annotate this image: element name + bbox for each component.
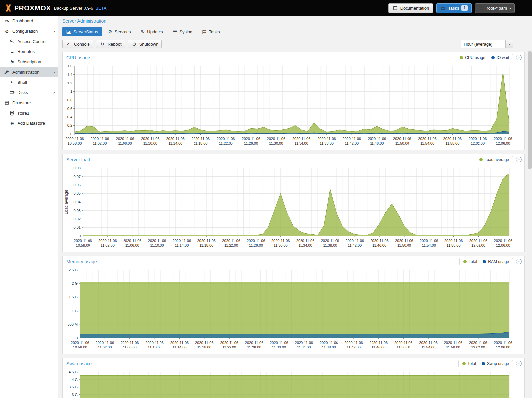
svg-text:11:34:00: 11:34:00 [299, 243, 312, 247]
svg-text:2020-11-06: 2020-11-06 [195, 341, 213, 345]
legend-item[interactable]: Total [463, 259, 477, 264]
legend-item[interactable]: RAM usage [483, 259, 509, 264]
sidebar-item-datastore[interactable]: Datastore [0, 98, 58, 108]
time-range-value: Hour (average) [461, 40, 505, 48]
svg-text:11:54:00: 11:54:00 [422, 243, 436, 247]
legend-item[interactable]: CPU usage [460, 55, 485, 60]
shutdown-button[interactable]: Shutdown [128, 40, 162, 48]
legend-label: IO wait [497, 55, 509, 60]
tasks-icon: ▤ [440, 5, 446, 11]
svg-text:1.6: 1.6 [67, 64, 72, 68]
documentation-button[interactable]: Documentation [388, 3, 433, 13]
svg-text:0.07: 0.07 [74, 175, 81, 179]
tab-updates[interactable]: ↻ Updates [137, 27, 167, 36]
tab-label: Updates [147, 29, 163, 34]
legend-label: CPU usage [465, 55, 485, 60]
chart-legend: TotalSwap usage [458, 360, 513, 367]
legend-label: Total [468, 361, 476, 366]
sidebar-item-administration[interactable]: Administration ▾ [0, 67, 58, 77]
server-load-chart: 00.010.020.030.040.050.060.070.082020-11… [63, 165, 524, 252]
collapse-panel-button[interactable]: − [516, 259, 522, 264]
svg-text:11:42:00: 11:42:00 [348, 243, 362, 247]
sidebar-item-shell[interactable]: >_ Shell [0, 77, 58, 87]
svg-text:2020-11-06: 2020-11-06 [469, 137, 487, 141]
chevron-down-icon[interactable]: ▾ [54, 29, 55, 33]
sidebar-item-remotes[interactable]: ≡ Remotes [0, 47, 58, 57]
chevron-right-icon[interactable]: ▸ [54, 91, 55, 94]
tab-tasks[interactable]: ▤ Tasks [198, 27, 224, 36]
svg-text:11:42:00: 11:42:00 [347, 345, 361, 349]
app-header: PROXMOX Backup Server 0.9-6 BETA Documen… [0, 0, 532, 16]
terminal-icon: >_ [66, 42, 72, 46]
cpu-usage-panel: CPU usage CPU usageIO wait − 00.20.40.60… [62, 52, 525, 150]
svg-text:11:10:00: 11:10:00 [150, 243, 164, 247]
legend-item[interactable]: Load average [479, 157, 509, 162]
svg-text:2020-11-06: 2020-11-06 [444, 239, 463, 243]
tab-services[interactable]: ⚙ Services [104, 27, 135, 36]
svg-text:2020-11-06: 2020-11-06 [494, 137, 512, 141]
svg-text:2020-11-06: 2020-11-06 [418, 137, 436, 141]
legend-item[interactable]: Swap usage [482, 361, 509, 366]
collapse-panel-button[interactable]: − [516, 55, 522, 60]
chart-legend: TotalRAM usage [459, 258, 513, 265]
svg-text:11:46:00: 11:46:00 [372, 243, 386, 247]
combo-trigger[interactable]: ▾ [505, 40, 513, 48]
svg-text:500 M: 500 M [67, 322, 78, 326]
svg-text:11:46:00: 11:46:00 [370, 141, 384, 145]
svg-text:11:58:00: 11:58:00 [445, 141, 459, 145]
svg-text:2020-11-06: 2020-11-06 [321, 239, 339, 243]
svg-text:2020-11-06: 2020-11-06 [121, 341, 139, 345]
sidebar-item-access-control[interactable]: Access Control [0, 36, 58, 47]
reboot-label: Reboot [108, 42, 122, 47]
chevron-down-icon[interactable]: ▾ [54, 70, 55, 74]
svg-text:0.01: 0.01 [74, 225, 81, 229]
legend-label: RAM usage [488, 259, 509, 264]
svg-text:1.5 G: 1.5 G [69, 295, 78, 299]
svg-text:2020-11-06: 2020-11-06 [295, 341, 313, 345]
panel-header: Swap usage TotalSwap usage − [63, 358, 524, 369]
reboot-button[interactable]: ↻ Reboot [96, 40, 125, 48]
svg-text:11:06:00: 11:06:00 [118, 141, 132, 145]
legend-item[interactable]: IO wait [491, 55, 509, 60]
sidebar-item-configuration[interactable]: ⚙ Configuration ▾ [0, 26, 58, 36]
time-range-select[interactable]: Hour (average) ▾ [461, 40, 513, 48]
console-button[interactable]: >_ Console [62, 40, 93, 48]
svg-text:11:34:00: 11:34:00 [295, 141, 308, 145]
shutdown-label: Shutdown [139, 42, 159, 47]
swap-usage-panel: Swap usage TotalSwap usage − 0500 M1 G1.… [62, 358, 525, 398]
svg-text:4 G: 4 G [72, 378, 78, 381]
subscription-icon: ⚑ [9, 59, 15, 65]
sidebar-item-disks[interactable]: Disks ▸ [0, 87, 58, 98]
swap-usage-chart: 0500 M1 G1.5 G2 G2.5 G3 G3.5 G4 G4.5 G20… [63, 369, 524, 398]
svg-text:2020-11-06: 2020-11-06 [494, 341, 512, 345]
list-icon: ☰ [173, 29, 177, 34]
collapse-panel-button[interactable]: − [516, 361, 522, 366]
svg-text:11:50:00: 11:50:00 [397, 345, 410, 349]
legend-dot-icon [479, 158, 483, 161]
svg-text:2020-11-06: 2020-11-06 [222, 239, 240, 243]
sidebar-item-subscription[interactable]: ⚑ Subscription [0, 57, 58, 67]
brand-name: PROXMOX [14, 4, 51, 12]
user-menu-button[interactable]: root@pam ▾ [475, 3, 515, 13]
proxmox-logo: PROXMOX [4, 4, 51, 12]
vertical-scrollbar[interactable] [527, 50, 532, 398]
sidebar-item-label: Administration [12, 70, 39, 75]
scrollbar-thumb[interactable] [528, 51, 532, 169]
tasks-button[interactable]: ▤ Tasks 1 [436, 3, 472, 13]
collapse-panel-button[interactable]: − [516, 157, 522, 162]
beta-link[interactable]: BETA [95, 6, 106, 11]
svg-text:0: 0 [76, 336, 78, 340]
tab-serverstatus[interactable]: ServerStatus [62, 27, 102, 36]
memory-usage-panel: Memory usage TotalRAM usage − 0500 M1 G1… [62, 256, 525, 354]
sidebar-item-dashboard[interactable]: Dashboard [0, 16, 58, 26]
svg-text:0.06: 0.06 [74, 183, 81, 187]
sidebar-item-add-datastore[interactable]: ⊕ Add Datastore [0, 118, 58, 128]
tasks-icon: ▤ [202, 29, 206, 34]
legend-item[interactable]: Total [462, 361, 476, 366]
sidebar: Dashboard ⚙ Configuration ▾ Access Contr… [0, 16, 58, 398]
svg-text:3 G: 3 G [72, 393, 78, 397]
sidebar-item-store1[interactable]: store1 [0, 108, 58, 118]
svg-text:2020-11-06: 2020-11-06 [420, 239, 438, 243]
tab-syslog[interactable]: ☰ Syslog [169, 27, 196, 36]
tasks-label: Tasks [448, 6, 459, 11]
